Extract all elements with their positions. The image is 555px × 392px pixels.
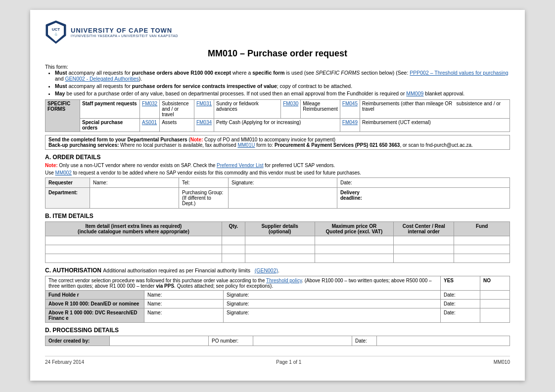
item-price-1[interactable] <box>315 236 394 245</box>
ppp002-link[interactable]: PPP002 – Threshold values for purchasing <box>410 70 508 76</box>
fm045-desc: Reimbursements (other than mileage OR su… <box>360 100 509 119</box>
above-1m-no <box>480 308 510 323</box>
special-purchase-label: Special purchase orders <box>80 119 140 132</box>
department-value-cell <box>90 188 179 209</box>
processing-table: Order created by: PO number: Date: <box>45 336 510 346</box>
fm034-link[interactable]: FM034 <box>196 120 212 125</box>
fm031-desc: Sundry or fieldwork advances <box>214 100 281 119</box>
item-price-2[interactable] <box>315 245 394 254</box>
as001-desc: Assets <box>160 119 194 132</box>
requester-signature-cell: Signature: <box>229 178 337 188</box>
staff-payment-label: Staff payment requests <box>80 100 140 119</box>
yes-label: YES <box>441 276 480 291</box>
item-cost-center-1[interactable] <box>394 236 454 245</box>
fm031-link[interactable]: FM031 <box>196 101 212 106</box>
notice-line2: Back-up purchasing services: Where no lo… <box>48 142 507 148</box>
item-price-3[interactable] <box>315 254 394 263</box>
item-cost-center-2[interactable] <box>394 245 454 254</box>
threshold-policy-link[interactable]: Threshold policy <box>266 278 302 283</box>
footer-bar: 24 February 2014 Page 1 of 1 MM010 <box>45 356 510 365</box>
col-cost-center: Cost Center / Realinternal order <box>394 222 454 236</box>
order-created-label: Order created by: <box>46 336 110 346</box>
auth-table: The correct vendor selection procedure w… <box>45 276 510 323</box>
requester-label: Requester <box>46 178 90 188</box>
above-100k-no <box>480 300 510 308</box>
page-container: UCT ⚓ UNIVERSITY OF CAPE TOWN IYUNIVESIT… <box>30 10 525 381</box>
footer-page: Page 1 of 1 <box>276 359 301 365</box>
item-qty-3[interactable] <box>222 254 245 263</box>
fm032-link[interactable]: FM032 <box>142 101 157 106</box>
fm030-desc: MileageReimbursement <box>301 100 340 119</box>
item-detail-2[interactable] <box>46 245 222 254</box>
col-supplier: Supplier details(optional) <box>245 222 315 236</box>
page-title: MM010 – Purchase order request <box>45 48 510 59</box>
requester-name-cell: Name: <box>90 178 179 188</box>
fm045-link-cell: FM045 <box>340 100 360 119</box>
section-c-heading-main: C. AUTHORISATION <box>45 267 101 274</box>
item-fund-3[interactable] <box>454 254 510 263</box>
intro-bullet-3: May be used for a purchase order of any … <box>55 90 510 96</box>
fm045-link[interactable]: FM045 <box>342 101 358 106</box>
fm032-desc: Subsistenceand / or travel <box>160 100 194 119</box>
processing-date-value[interactable] <box>377 336 510 346</box>
po-number-label: PO number: <box>209 336 253 346</box>
gen002-link-2[interactable]: (GEN002) <box>255 267 278 273</box>
fm049-link-cell: FM049 <box>340 119 360 132</box>
section-b-heading: B. ITEM DETAILS <box>45 213 510 219</box>
order-details-table: Requester Name: Tel: Signature: Date: De… <box>45 177 510 209</box>
above-100k-signature: Signature: <box>224 300 441 308</box>
fund-holder-date: Date: <box>441 291 480 300</box>
purchasing-group-cell: Purchasing Group:(If different to Dept.) <box>179 188 229 209</box>
section-c-heading: C. AUTHORISATION Additional authorisatio… <box>45 267 510 274</box>
mm01u-link[interactable]: MM01U <box>237 142 255 148</box>
gen002-link-1[interactable]: GEN002 - Delegated Authorities <box>65 76 139 82</box>
logo-area: UCT ⚓ UNIVERSITY OF CAPE TOWN IYUNIVESIT… <box>45 20 178 44</box>
svg-text:UCT: UCT <box>52 27 60 32</box>
intro-section: This form: Must accompany all requests f… <box>45 64 510 96</box>
fm030-link[interactable]: FM030 <box>283 101 298 106</box>
fm049-link[interactable]: FM049 <box>342 120 358 125</box>
item-detail-3[interactable] <box>46 254 222 263</box>
fund-holder-no <box>480 291 510 300</box>
fund-holder-name: Name: <box>144 291 224 300</box>
item-qty-2[interactable] <box>222 245 245 254</box>
above-1m-signature: Signature: <box>224 308 441 323</box>
section-c-heading-extra: Additional authorisation required as per… <box>103 267 279 273</box>
item-fund-1[interactable] <box>454 236 510 245</box>
as001-link[interactable]: AS001 <box>142 120 157 125</box>
footer-date: 24 February 2014 <box>45 359 84 365</box>
mm009-link[interactable]: MM009 <box>406 90 423 96</box>
item-fund-2[interactable] <box>454 245 510 254</box>
fm034-desc: Petty Cash (Applying for or increasing) <box>214 119 340 132</box>
above-100k-label: Above R 100 000: Dean/ED or nominee <box>46 300 144 308</box>
item-details-table: Item detail (insert extra lines as requi… <box>45 221 510 263</box>
item-detail-1[interactable] <box>46 236 222 245</box>
logo-text: UNIVERSITY OF CAPE TOWN IYUNIVESITHI YAS… <box>71 27 178 38</box>
item-supplier-2[interactable] <box>245 245 315 254</box>
above-1m-date: Date: <box>441 308 480 323</box>
fund-holder-label: Fund Holde r <box>46 291 144 300</box>
item-supplier-3[interactable] <box>245 254 315 263</box>
section-a-note2: Use MM002 to request a vendor to be adde… <box>45 170 510 175</box>
item-cost-center-3[interactable] <box>394 254 454 263</box>
item-supplier-1[interactable] <box>245 236 315 245</box>
intro-label: This form: <box>45 64 68 70</box>
above-1m-label: Above R 1 000 000: DVC Research/ED Finan… <box>46 308 144 323</box>
preferred-vendor-link[interactable]: Preferred Vendor List <box>217 163 264 168</box>
intro-bullet-2: Must accompany all requests for purchase… <box>55 83 510 89</box>
po-number-value[interactable] <box>253 336 352 346</box>
above-100k-date: Date: <box>441 300 480 308</box>
specific-forms-table: SPECIFICFORMS Staff payment requests FM0… <box>45 99 510 132</box>
mm002-link[interactable]: MM002 <box>55 170 72 175</box>
item-qty-1[interactable] <box>222 236 245 245</box>
notice-box: Send the completed form to your Departme… <box>45 135 510 150</box>
order-created-value[interactable] <box>110 336 209 346</box>
col-item-detail: Item detail (insert extra lines as requi… <box>46 222 222 236</box>
no-label: NO <box>480 276 510 291</box>
department-label: Department: <box>46 188 90 209</box>
section-a-heading: A. ORDER DETAILS <box>45 154 510 161</box>
processing-date-label: Date: <box>352 336 377 346</box>
section-c-container: C. AUTHORISATION Additional authorisatio… <box>45 267 510 323</box>
requester-tel-cell: Tel: <box>179 178 229 188</box>
footer-doc-id: MM010 <box>494 359 510 365</box>
